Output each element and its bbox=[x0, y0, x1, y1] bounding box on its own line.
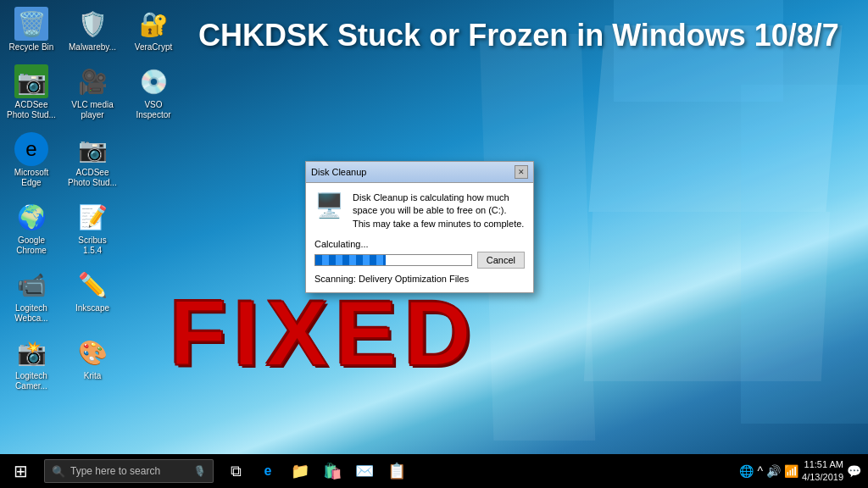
clock-date: 4/13/2019 bbox=[802, 471, 843, 484]
recycle-bin-icon: 🗑️ bbox=[14, 7, 48, 41]
start-button[interactable]: ⊞ bbox=[0, 454, 41, 488]
dialog-content-row: 🖥️ Disk Cleanup is calculating how much … bbox=[314, 191, 525, 230]
logitech-cam-icon: 📸 bbox=[14, 336, 48, 369]
desktop-icon-vso[interactable]: 💿 VSO Inspector bbox=[126, 62, 181, 123]
taskbar-store[interactable]: 🛍️ bbox=[317, 456, 348, 486]
fixed-text: FIXED bbox=[170, 279, 478, 386]
task-view-icon: ⧉ bbox=[231, 463, 242, 480]
edge-taskbar-icon: e bbox=[264, 463, 272, 479]
scribus-icon: 📝 bbox=[75, 200, 109, 234]
desktop-icon-scribus[interactable]: 📝 Scribus 1.5.4 bbox=[65, 197, 120, 258]
dialog-close-button[interactable]: ✕ bbox=[515, 165, 528, 179]
desktop-icon-veracrypt[interactable]: 🔐 VeraCrypt bbox=[126, 4, 181, 55]
microphone-icon: 🎙️ bbox=[193, 465, 206, 477]
taskbar-file-explorer[interactable]: 📁 bbox=[285, 456, 315, 486]
acdsee-label: ACDSee Photo Stud... bbox=[7, 100, 56, 120]
store-icon: 🛍️ bbox=[323, 462, 342, 480]
dialog-title: Disk Cleanup bbox=[311, 167, 366, 177]
veracrypt-label: VeraCrypt bbox=[135, 42, 172, 53]
scribus-label: Scribus 1.5.4 bbox=[68, 236, 117, 256]
system-tray: 🌐 ^ 🔊 📶 11:51 AM 4/13/2019 💬 bbox=[739, 458, 868, 485]
icon-row-3: e Microsoft Edge 📷 ACDSee Photo Stud... bbox=[4, 130, 181, 191]
desktop-icons-area: 🗑️ Recycle Bin 🛡️ Malwareby... 🔐 VeraCry… bbox=[4, 4, 181, 394]
taskbar-edge[interactable]: e bbox=[253, 456, 283, 486]
edge-label: Microsoft Edge bbox=[7, 168, 56, 188]
dialog-message: Disk Cleanup is calculating how much spa… bbox=[353, 191, 525, 230]
search-icon: 🔍 bbox=[52, 465, 65, 478]
desktop-icon-krita[interactable]: 🎨 Krita bbox=[65, 333, 120, 394]
taskbar-search[interactable]: 🔍 Type here to search 🎙️ bbox=[44, 459, 214, 483]
hdd-icon: 🖥️ bbox=[314, 191, 344, 230]
inkscape-icon: ✏️ bbox=[75, 268, 109, 302]
network-icon[interactable]: 🌐 bbox=[739, 464, 754, 478]
desktop-icon-malwarebytes[interactable]: 🛡️ Malwareby... bbox=[65, 4, 120, 55]
page-title: CHKDSK Stuck or Frozen in Windows 10/8/7 bbox=[186, 17, 851, 53]
icon-row-2: 📷 ACDSee Photo Stud... 🎥 VLC media playe… bbox=[4, 62, 181, 123]
notification-center-icon[interactable]: 💬 bbox=[847, 464, 861, 478]
progress-row: Cancel bbox=[314, 252, 525, 269]
chevron-up-icon[interactable]: ^ bbox=[757, 464, 763, 478]
network-status-icon[interactable]: 📶 bbox=[784, 464, 798, 478]
desktop: CHKDSK Stuck or Frozen in Windows 10/8/7… bbox=[0, 0, 868, 454]
taskbar-task-view[interactable]: ⧉ bbox=[220, 456, 251, 486]
vso-icon: 💿 bbox=[136, 64, 170, 98]
desktop-icon-logitech[interactable]: 📹 Logitech Webca... bbox=[4, 265, 58, 326]
malwarebytes-label: Malwareby... bbox=[69, 42, 116, 53]
desktop-icon-edge[interactable]: e Microsoft Edge bbox=[4, 130, 58, 191]
acdsee-icon: 📷 bbox=[14, 64, 48, 98]
scanning-label: Scanning: Delivery Optimization Files bbox=[314, 274, 525, 284]
progress-bar bbox=[314, 254, 472, 266]
chrome-icon: 🌍 bbox=[14, 200, 48, 234]
krita-icon: 🎨 bbox=[75, 336, 109, 369]
dialog-titlebar: Disk Cleanup ✕ bbox=[306, 162, 533, 183]
veracrypt-icon: 🔐 bbox=[136, 7, 170, 41]
clock-time: 11:51 AM bbox=[802, 458, 843, 471]
progress-bar-fill bbox=[315, 255, 386, 265]
mail-icon: ✉️ bbox=[355, 462, 374, 480]
vso-label: VSO Inspector bbox=[129, 100, 178, 120]
progress-section: Calculating... Cancel Scanning: Delivery… bbox=[314, 239, 525, 284]
clock[interactable]: 11:51 AM 4/13/2019 bbox=[802, 458, 843, 485]
desktop-icon-inkscape[interactable]: ✏️ Inkscape bbox=[65, 265, 120, 326]
disk-cleanup-dialog: Disk Cleanup ✕ 🖥️ Disk Cleanup is calcul… bbox=[305, 161, 534, 293]
file-explorer-icon: 📁 bbox=[291, 462, 309, 480]
desktop-icon-chrome[interactable]: 🌍 Google Chrome bbox=[4, 197, 58, 258]
krita-label: Krita bbox=[84, 371, 102, 381]
app6-icon: 📋 bbox=[387, 462, 406, 480]
desktop-icon-recycle-bin[interactable]: 🗑️ Recycle Bin bbox=[4, 4, 58, 55]
acdsee2-label: ACDSee Photo Stud... bbox=[68, 168, 117, 188]
desktop-icon-vlc[interactable]: 🎥 VLC media player bbox=[65, 62, 120, 123]
windows-logo-icon: ⊞ bbox=[14, 461, 28, 481]
icon-row-5: 📹 Logitech Webca... ✏️ Inkscape bbox=[4, 265, 181, 326]
icon-row-4: 🌍 Google Chrome 📝 Scribus 1.5.4 bbox=[4, 197, 181, 258]
vlc-icon: 🎥 bbox=[75, 64, 109, 98]
logitech-cam-label: Logitech Camer... bbox=[7, 371, 56, 391]
taskbar-pinned-apps: ⧉ e 📁 🛍️ ✉️ 📋 bbox=[220, 456, 412, 486]
acdsee2-icon: 📷 bbox=[75, 132, 109, 166]
logitech-label: Logitech Webca... bbox=[7, 303, 56, 324]
recycle-bin-label: Recycle Bin bbox=[9, 42, 54, 53]
volume-icon[interactable]: 🔊 bbox=[766, 464, 781, 478]
desktop-icon-acdsee[interactable]: 📷 ACDSee Photo Stud... bbox=[4, 62, 58, 123]
dialog-body: 🖥️ Disk Cleanup is calculating how much … bbox=[306, 183, 533, 292]
search-placeholder-text: Type here to search bbox=[70, 465, 160, 477]
taskbar-app6[interactable]: 📋 bbox=[381, 456, 412, 486]
desktop-icon-acdsee2[interactable]: 📷 ACDSee Photo Stud... bbox=[65, 130, 120, 191]
taskbar-mail[interactable]: ✉️ bbox=[349, 456, 380, 486]
cancel-button[interactable]: Cancel bbox=[477, 252, 525, 269]
icon-row-6: 📸 Logitech Camer... 🎨 Krita bbox=[4, 333, 181, 394]
taskbar: ⊞ 🔍 Type here to search 🎙️ ⧉ e 📁 🛍️ ✉️ 📋… bbox=[0, 454, 868, 488]
inkscape-label: Inkscape bbox=[75, 303, 109, 313]
chrome-label: Google Chrome bbox=[7, 236, 56, 256]
icon-row-1: 🗑️ Recycle Bin 🛡️ Malwareby... 🔐 VeraCry… bbox=[4, 4, 181, 55]
logitech-webcam-icon: 📹 bbox=[14, 268, 48, 302]
desktop-icon-logitech-cam[interactable]: 📸 Logitech Camer... bbox=[4, 333, 58, 394]
vlc-label: VLC media player bbox=[68, 100, 117, 120]
edge-icon: e bbox=[14, 132, 48, 166]
malwarebytes-icon: 🛡️ bbox=[75, 7, 109, 41]
tray-icons: 🌐 ^ 🔊 📶 bbox=[739, 464, 798, 478]
calculating-label: Calculating... bbox=[314, 239, 525, 249]
